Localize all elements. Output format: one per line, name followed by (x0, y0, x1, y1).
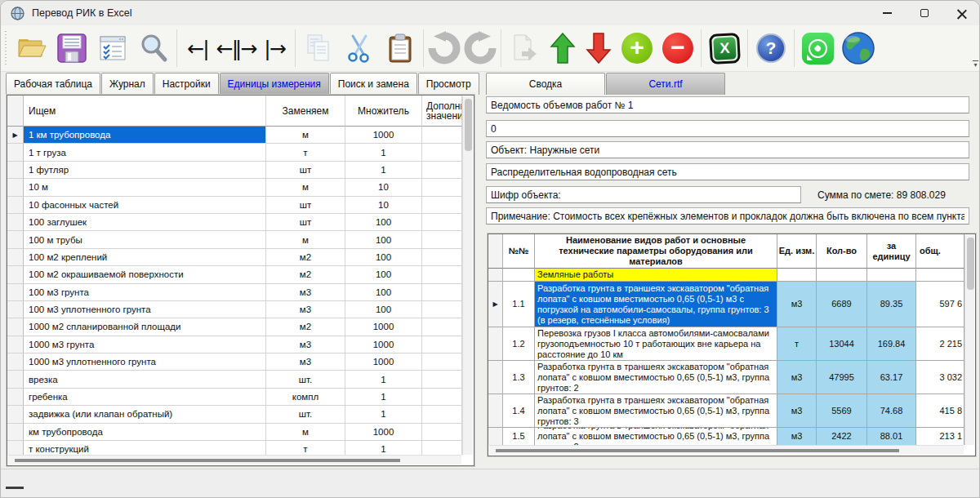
find-cell[interactable]: 1000 м2 спланированной площади (24, 318, 266, 336)
units-row[interactable]: 1 футляршт1 (7, 162, 462, 179)
find-cell[interactable]: 10 фасонных частей (24, 197, 266, 214)
units-row[interactable]: 100 м3 уплотненного грунтам3100 (7, 301, 462, 318)
search-button[interactable] (133, 27, 174, 69)
replace-cell[interactable]: м2 (266, 318, 345, 336)
extra-cell[interactable] (422, 424, 462, 441)
col-header-unit[interactable]: Ед. изм. (777, 234, 817, 269)
mult-cell[interactable]: 1 (345, 389, 422, 406)
replace-cell[interactable]: м3 (266, 336, 345, 353)
mult-cell[interactable]: 10 (345, 197, 422, 214)
mult-cell[interactable]: 100 (345, 284, 422, 301)
qty-cell[interactable]: 13044 (817, 327, 867, 361)
open-button[interactable] (11, 27, 51, 69)
works-row[interactable]: Земляные работы (488, 269, 964, 282)
total-cell[interactable]: 2 215 (916, 327, 964, 361)
mult-cell[interactable]: 10 (345, 179, 422, 196)
add-row-button[interactable]: + (617, 27, 657, 69)
units-row[interactable]: врезкашт.1 (7, 371, 462, 388)
extra-cell[interactable] (422, 249, 462, 266)
price-cell[interactable]: 89.35 (867, 282, 916, 327)
works-row[interactable]: 1.5Разработка грунта в траншеях экскават… (488, 428, 964, 445)
extra-cell[interactable] (422, 389, 462, 406)
units-vertical-scrollbar[interactable] (462, 96, 473, 455)
export-button[interactable] (504, 27, 545, 69)
units-row[interactable]: задвижка (или клапан обратный)шт.1 (7, 406, 462, 423)
mult-cell[interactable]: 100 (345, 231, 422, 248)
unit-cell[interactable]: м3 (777, 282, 817, 327)
row-selector-cell[interactable] (7, 214, 24, 231)
toolbar-overflow-button[interactable]: ▾ (973, 60, 978, 69)
units-row[interactable]: 100 м3 грунтам3100 (7, 284, 462, 301)
row-selector-cell[interactable] (488, 327, 503, 361)
num-cell[interactable]: 1.5 (503, 428, 535, 445)
mult-cell[interactable]: 1 (345, 162, 422, 179)
extra-cell[interactable] (422, 197, 462, 214)
replace-cell[interactable]: шт (266, 162, 345, 179)
find-cell[interactable]: 1000 м3 грунта (24, 336, 266, 353)
row-selector-cell[interactable] (488, 394, 503, 428)
find-cell[interactable]: 10 м (24, 179, 266, 196)
num-cell[interactable]: 1.3 (503, 361, 535, 394)
unit-cell[interactable]: т (777, 327, 817, 361)
unit-cell[interactable]: м3 (777, 361, 817, 394)
works-row[interactable]: 1.2Перевозка грузов I класса автомобилям… (488, 327, 964, 361)
row-selector-cell[interactable] (7, 301, 24, 318)
units-row[interactable]: гребенкакомпл1 (7, 389, 462, 406)
find-cell[interactable]: 100 м2 окрашиваемой поверхности (24, 266, 266, 283)
replace-cell[interactable]: шт (266, 214, 345, 231)
replace-cell[interactable]: м (266, 127, 345, 144)
mult-cell[interactable]: 1000 (345, 353, 422, 371)
minimize-button[interactable] (868, 1, 906, 25)
find-cell[interactable]: 100 м2 креплений (24, 249, 266, 266)
find-cell[interactable]: т конструкций (24, 441, 266, 455)
find-cell[interactable]: 100 м трубы (24, 231, 266, 248)
col-header-extra[interactable]: Дополнительное значение (422, 96, 462, 127)
tab-journal[interactable]: Журнал (101, 73, 154, 95)
price-cell[interactable]: 63.17 (867, 361, 916, 394)
row-selector-cell[interactable]: ▶ (7, 127, 24, 144)
col-header-replace[interactable]: Заменяем (266, 96, 345, 127)
row-selector-cell[interactable] (7, 266, 24, 283)
mult-cell[interactable]: 100 (345, 214, 422, 231)
works-row[interactable]: ▶1.1Разработка грунта в траншеях экскава… (488, 282, 964, 327)
move-down-button[interactable] (581, 27, 617, 69)
units-row[interactable]: 1 т грузат1 (7, 144, 462, 161)
move-up-button[interactable] (545, 27, 581, 69)
price-cell[interactable]: 88.01 (867, 428, 916, 445)
units-row[interactable]: 1000 м2 спланированной площадим21000 (7, 318, 462, 336)
note-field[interactable] (486, 207, 969, 225)
units-row[interactable]: 100 заглушекшт100 (7, 214, 462, 231)
row-selector-cell[interactable] (7, 336, 24, 353)
grow-column-button[interactable]: |→ (256, 27, 292, 69)
section-name-cell[interactable]: Земляные работы (535, 269, 777, 282)
work-name-cell[interactable]: Перевозка грузов I класса автомобилями-с… (535, 327, 777, 361)
mult-cell[interactable]: 100 (345, 301, 422, 318)
units-row[interactable]: 1000 м3 грунтам31000 (7, 336, 462, 353)
num-cell[interactable] (503, 269, 535, 282)
row-selector-cell[interactable] (7, 179, 24, 196)
find-cell[interactable]: 100 м3 уплотненного грунта (24, 301, 266, 318)
total-cell[interactable] (916, 269, 964, 282)
row-selector-cell[interactable] (7, 371, 24, 388)
work-name-cell[interactable]: Разработка грунта в траншеях экскаваторо… (535, 361, 777, 394)
row-selector-cell[interactable] (7, 284, 24, 301)
total-cell[interactable]: 597 6 (916, 282, 964, 327)
replace-cell[interactable]: шт (266, 197, 345, 214)
zero-field[interactable] (486, 120, 969, 137)
replace-cell[interactable]: м3 (266, 353, 345, 371)
work-name-cell[interactable]: Разработка грунта в траншеях экскаваторо… (535, 394, 777, 428)
replace-cell[interactable]: т (266, 441, 345, 455)
row-selector-cell[interactable] (488, 269, 503, 282)
replace-cell[interactable]: м3 (266, 284, 345, 301)
qty-cell[interactable] (817, 269, 867, 282)
find-cell[interactable]: 100 заглушек (24, 214, 266, 231)
qty-cell[interactable]: 5569 (817, 394, 867, 428)
find-cell[interactable]: км трубопровода (24, 424, 266, 441)
unit-cell[interactable]: м3 (777, 428, 817, 445)
row-selector-cell[interactable] (7, 197, 24, 214)
replace-cell[interactable]: м (266, 231, 345, 248)
units-row[interactable]: ▶1 км трубопроводам1000 (7, 127, 462, 144)
save-button[interactable] (51, 27, 92, 69)
units-row[interactable]: 10 мм10 (7, 179, 462, 196)
tab-working-table[interactable]: Рабочая таблица (6, 73, 100, 95)
